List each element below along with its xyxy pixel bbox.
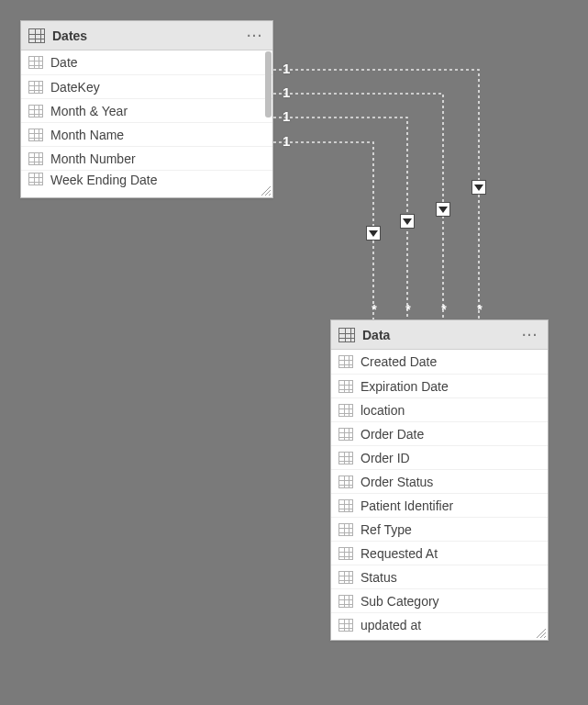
resize-handle[interactable]: [261, 186, 271, 196]
field-label: Order Status: [361, 475, 433, 489]
field-label: location: [361, 403, 405, 418]
filter-direction-arrow[interactable]: [400, 214, 415, 229]
column-icon: [338, 355, 353, 368]
field-label: Requested At: [361, 546, 438, 561]
field-label: Expiration Date: [361, 379, 449, 394]
field-row[interactable]: location: [331, 397, 548, 421]
field-row[interactable]: Month Number: [21, 146, 272, 170]
field-label: Ref Type: [361, 522, 412, 537]
column-icon: [338, 476, 353, 488]
column-icon: [28, 152, 43, 165]
cardinality-many-label: *: [473, 302, 486, 317]
field-label: Date: [50, 55, 78, 70]
field-label: DateKey: [50, 80, 100, 95]
table-icon: [338, 328, 355, 342]
field-row[interactable]: Month Name: [21, 122, 272, 146]
field-label: updated at: [361, 618, 421, 632]
scrollbar-thumb[interactable]: [265, 51, 272, 118]
field-label: Order ID: [361, 451, 410, 465]
model-canvas[interactable]: 1 1 1 1 * * * * Dates ··· Date DateKey: [0, 0, 588, 705]
cardinality-one-label: 1: [283, 61, 290, 76]
column-icon: [338, 452, 353, 464]
column-icon: [28, 129, 43, 141]
column-icon: [338, 523, 353, 536]
table-header[interactable]: Data ···: [331, 320, 548, 350]
filter-direction-arrow[interactable]: [472, 180, 486, 195]
filter-direction-arrow[interactable]: [436, 202, 450, 217]
cardinality-many-label: *: [438, 302, 450, 317]
field-label: Order Date: [361, 427, 424, 442]
column-icon: [28, 56, 43, 69]
field-row[interactable]: Order Status: [331, 469, 548, 493]
table-icon: [28, 28, 45, 43]
field-label: Sub Category: [361, 594, 439, 609]
cardinality-one-label: 1: [283, 108, 290, 124]
table-field-list[interactable]: Date DateKey Month & Year Month Name Mon…: [21, 50, 272, 198]
column-icon: [338, 404, 353, 417]
field-label: Month Name: [50, 128, 124, 142]
column-icon: [338, 619, 353, 632]
table-title: Data: [362, 328, 520, 342]
table-card-dates[interactable]: Dates ··· Date DateKey Month & Year Mont…: [20, 20, 273, 198]
column-icon: [28, 173, 43, 185]
field-row[interactable]: Date: [21, 50, 272, 74]
field-row[interactable]: Sub Category: [331, 588, 548, 612]
column-icon: [338, 595, 353, 608]
cardinality-one-label: 1: [283, 133, 290, 149]
column-icon: [28, 105, 43, 118]
field-row[interactable]: Month & Year: [21, 98, 272, 122]
field-label: Month Number: [50, 151, 136, 166]
table-card-data[interactable]: Data ··· Created Date Expiration Date lo…: [330, 319, 549, 641]
filter-direction-arrow[interactable]: [366, 226, 381, 241]
field-label: Created Date: [361, 354, 437, 369]
field-row[interactable]: Status: [331, 565, 548, 588]
more-menu-button[interactable]: ···: [245, 28, 265, 43]
column-icon: [338, 380, 353, 393]
field-row[interactable]: Requested At: [331, 541, 548, 565]
field-row[interactable]: Patient Identifier: [331, 493, 548, 517]
column-icon: [338, 571, 353, 584]
field-row[interactable]: Created Date: [331, 350, 548, 374]
field-row[interactable]: Order ID: [331, 445, 548, 469]
column-icon: [338, 499, 353, 512]
field-label: Month & Year: [50, 104, 128, 118]
column-icon: [338, 428, 353, 441]
resize-handle[interactable]: [537, 629, 546, 638]
field-label: Status: [361, 570, 397, 585]
field-row[interactable]: Expiration Date: [331, 374, 548, 397]
field-row[interactable]: Order Date: [331, 421, 548, 445]
cardinality-many-label: *: [402, 302, 415, 317]
field-row[interactable]: Week Ending Date: [21, 170, 272, 188]
field-row[interactable]: DateKey: [21, 74, 272, 98]
field-row[interactable]: Ref Type: [331, 517, 548, 541]
column-icon: [338, 547, 353, 560]
field-row[interactable]: updated at: [331, 612, 548, 636]
cardinality-one-label: 1: [283, 84, 290, 100]
column-icon: [28, 81, 43, 94]
table-field-list[interactable]: Created Date Expiration Date location Or…: [331, 350, 548, 641]
table-header[interactable]: Dates ···: [21, 21, 272, 50]
table-title: Dates: [52, 28, 245, 43]
field-label: Patient Identifier: [361, 498, 453, 513]
field-label: Week Ending Date: [50, 173, 157, 187]
more-menu-button[interactable]: ···: [520, 328, 540, 342]
cardinality-many-label: *: [368, 302, 381, 317]
